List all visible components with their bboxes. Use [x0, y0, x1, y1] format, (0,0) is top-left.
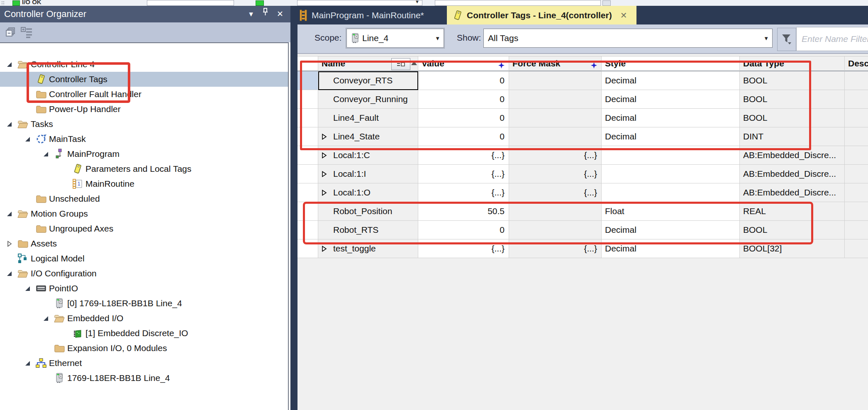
tree-expander-icon[interactable] — [24, 136, 31, 142]
tree-item-parameters-and-local-tags[interactable]: Parameters and Local Tags — [0, 161, 288, 176]
organizer-view-button[interactable] — [19, 25, 34, 39]
name-cell[interactable]: Conveyor_Running — [318, 90, 418, 109]
name-cell[interactable]: Local:1:O — [318, 183, 418, 202]
tree-item-mainprogram[interactable]: MainProgram — [0, 146, 288, 161]
value-cell[interactable]: 0 — [418, 71, 509, 90]
row-selector-cell[interactable] — [297, 127, 318, 146]
tree-item--0-1769-l18er-bb1b-line-4[interactable]: [0] 1769-L18ER-BB1B Line_4 — [0, 296, 288, 311]
style-cell[interactable]: Decimal — [602, 109, 740, 127]
name-cell[interactable]: Line4_Fault — [318, 109, 418, 127]
style-cell[interactable]: Decimal — [602, 127, 740, 146]
tree-item-power-up-handler[interactable]: Power-Up Handler — [0, 102, 288, 117]
name-cell[interactable]: Local:1:I — [318, 165, 418, 183]
force-cell[interactable]: {...} — [509, 239, 602, 258]
row-selector-cell[interactable] — [297, 221, 318, 239]
style-cell[interactable]: Decimal — [602, 90, 740, 109]
style-cell[interactable]: Float — [602, 202, 740, 221]
tree-item-ethernet[interactable]: Ethernet — [0, 356, 288, 371]
tree-item-pointio[interactable]: PointIO — [0, 281, 288, 296]
force-cell[interactable]: {...} — [509, 165, 602, 183]
column-filter-icon[interactable] — [498, 61, 505, 71]
name-cell[interactable]: Line4_State — [318, 127, 418, 146]
toolbar-combo-fragment[interactable] — [147, 0, 234, 6]
pin-icon[interactable] — [258, 6, 272, 22]
name-properties-button[interactable] — [391, 58, 410, 70]
description-cell[interactable] — [845, 109, 868, 127]
style-cell[interactable]: Decimal — [602, 221, 740, 239]
force-cell[interactable] — [509, 71, 602, 90]
toolbar-combo-fragment-2[interactable] — [297, 0, 422, 6]
row-selector-cell[interactable] — [297, 146, 318, 165]
value-cell[interactable]: 0 — [418, 127, 509, 146]
dtype-cell[interactable]: AB:Embedded_Discre... — [740, 146, 845, 165]
force-cell[interactable]: {...} — [509, 146, 602, 165]
tree-expander-icon[interactable] — [6, 61, 12, 68]
column-header-dtype[interactable]: Data Type — [740, 56, 845, 71]
collapse-all-button[interactable] — [3, 25, 18, 39]
column-header-style[interactable]: Style — [602, 56, 740, 71]
style-cell[interactable]: Decimal — [602, 71, 740, 90]
style-cell[interactable] — [602, 146, 740, 165]
name-cell[interactable]: Robot_Position — [318, 202, 418, 221]
description-cell[interactable] — [845, 239, 868, 258]
tree-expander-icon[interactable] — [42, 315, 49, 322]
column-filter-icon[interactable] — [591, 61, 597, 71]
toolbar-icon-fragment[interactable] — [256, 0, 264, 6]
close-icon[interactable]: ✕ — [273, 6, 287, 22]
dock-menu-icon[interactable]: ▾ — [244, 6, 258, 22]
tree-item-embedded-i-o[interactable]: Embedded I/O — [0, 311, 288, 326]
tree-item-assets[interactable]: Assets — [0, 236, 288, 251]
tree-item-logical-model[interactable]: Logical Model — [0, 251, 288, 266]
tree-item-ungrouped-axes[interactable]: Ungrouped Axes — [0, 221, 288, 236]
row-selector-cell[interactable] — [297, 90, 318, 109]
row-selector-cell[interactable] — [297, 239, 318, 258]
style-cell[interactable] — [602, 165, 740, 183]
tree-item-unscheduled[interactable]: Unscheduled — [0, 191, 288, 206]
name-cell[interactable]: Conveyor_RTS — [318, 71, 418, 90]
row-expander-icon[interactable] — [322, 152, 328, 159]
dtype-cell[interactable]: AB:Embedded_Discre... — [740, 165, 845, 183]
value-cell[interactable]: {...} — [418, 239, 509, 258]
value-cell[interactable]: 0 — [418, 221, 509, 239]
name-cell[interactable]: Local:1:C — [318, 146, 418, 165]
tree-expander-icon[interactable] — [6, 270, 12, 277]
tab-mainprogram-mainroutine-[interactable]: MainProgram - MainRoutine* — [299, 6, 424, 24]
toolbar-field-fragment[interactable] — [435, 0, 601, 6]
value-cell[interactable]: {...} — [418, 183, 509, 202]
force-cell[interactable] — [509, 90, 602, 109]
dtype-cell[interactable]: BOOL — [740, 90, 845, 109]
tree-expander-icon[interactable] — [24, 285, 31, 292]
row-selector-cell[interactable] — [297, 183, 318, 202]
description-cell[interactable] — [845, 146, 868, 165]
style-cell[interactable]: Decimal — [602, 239, 740, 258]
row-expander-icon[interactable] — [322, 134, 328, 140]
dtype-cell[interactable]: BOOL — [740, 109, 845, 127]
force-cell[interactable]: {...} — [509, 183, 602, 202]
tree-expander-icon[interactable] — [6, 121, 12, 127]
row-expander-icon[interactable] — [322, 190, 328, 196]
dtype-cell[interactable]: AB:Embedded_Discre... — [740, 183, 845, 202]
row-selector-cell[interactable] — [297, 71, 318, 90]
toolbar-button-fragment[interactable] — [602, 0, 611, 6]
value-cell[interactable]: 0 — [418, 109, 509, 127]
dtype-cell[interactable]: REAL — [740, 202, 845, 221]
force-cell[interactable] — [509, 202, 602, 221]
force-cell[interactable] — [509, 109, 602, 127]
filter-funnel-button[interactable] — [777, 28, 796, 51]
row-expander-icon[interactable] — [322, 246, 328, 252]
value-cell[interactable]: {...} — [418, 146, 509, 165]
tree-item-motion-groups[interactable]: Motion Groups — [0, 206, 288, 221]
tree-item-mainroutine[interactable]: 1MainRoutine — [0, 176, 288, 191]
tree-expander-icon[interactable] — [6, 210, 12, 217]
description-cell[interactable] — [845, 71, 868, 90]
row-selector-cell[interactable] — [297, 165, 318, 183]
sort-ascending-icon[interactable] — [411, 61, 417, 65]
tree-item-1769-l18er-bb1b-line-4[interactable]: 1769-L18ER-BB1B Line_4 — [0, 371, 288, 386]
name-cell[interactable]: test_toggle — [318, 239, 418, 258]
tree-item-maintask[interactable]: MainTask — [0, 132, 288, 146]
value-cell[interactable]: {...} — [418, 165, 509, 183]
column-header-force[interactable]: Force Mask — [509, 56, 602, 71]
tab-close-icon[interactable]: ✕ — [620, 10, 627, 20]
column-header-desc[interactable]: Description — [845, 56, 868, 71]
description-cell[interactable] — [845, 221, 868, 239]
